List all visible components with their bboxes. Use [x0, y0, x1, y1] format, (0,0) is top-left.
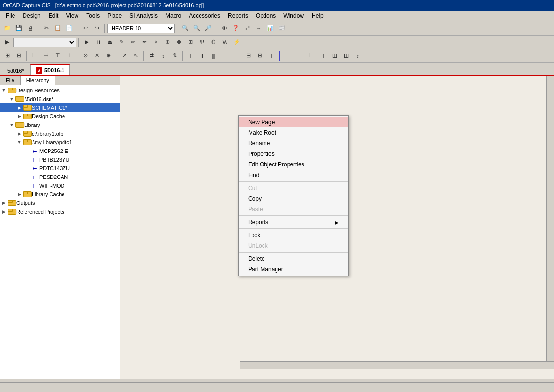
expander-library-cache[interactable]: ▶ [15, 190, 23, 198]
ctx-cut[interactable]: Cut [239, 183, 348, 193]
toolbar2-dropdown[interactable] [13, 38, 76, 47]
btn3-20[interactable]: ⊟ [243, 51, 253, 61]
btn2-11[interactable]: Ψ [197, 37, 207, 48]
btn2-13[interactable]: W [220, 37, 230, 48]
scrollbar-horizontal[interactable] [240, 361, 554, 369]
menu-macro[interactable]: Macro [162, 12, 185, 20]
tree-schematic1[interactable]: ▶ SCHEMATIC1* [0, 103, 120, 112]
menu-reports[interactable]: Reports [224, 12, 252, 20]
btn3-10[interactable]: ↗ [119, 51, 129, 61]
btn3-28[interactable]: Ш [341, 51, 352, 61]
tree-design-cache[interactable]: ▶ Design Cache [0, 112, 120, 121]
btn3-18[interactable]: ≡ [220, 51, 230, 61]
btn3-12[interactable]: ⇄ [146, 51, 157, 61]
tree-mcp2562[interactable]: ▶ ⊢ MCP2562-E [0, 147, 120, 155]
expander-5d016-dsn[interactable]: ▼ [8, 95, 15, 103]
btn2-14[interactable]: ⚡ [231, 37, 242, 48]
ctx-rename[interactable]: Rename [239, 138, 348, 149]
btn2-2[interactable]: ⏸ [93, 37, 103, 48]
btn2-play[interactable]: ▶ [81, 37, 92, 48]
tab-5d016[interactable]: 5d016* [2, 66, 29, 75]
btn3-7[interactable]: ⊘ [80, 51, 90, 61]
btn2-3[interactable]: ⏏ [104, 37, 115, 48]
expander-library[interactable]: ▼ [8, 121, 15, 129]
tree-outputs[interactable]: ▶ Outputs [0, 199, 120, 207]
btn3-3[interactable]: ⊢ [29, 51, 40, 61]
btn-open[interactable]: 📁 [2, 23, 13, 34]
ctx-edit-obj-props[interactable]: Edit Object Properties [239, 159, 348, 170]
btn-nav4[interactable]: 📰 [277, 23, 287, 34]
ctx-paste[interactable]: Paste [239, 204, 348, 215]
expander-schematic1[interactable]: ▶ [15, 104, 23, 112]
btn2-10[interactable]: ⊞ [185, 37, 196, 48]
menu-design[interactable]: Design [19, 12, 44, 20]
ctx-find[interactable]: Find [239, 170, 348, 180]
btn-copy[interactable]: 📋 [52, 23, 63, 34]
menu-place[interactable]: Place [103, 12, 126, 20]
ctx-properties[interactable]: Properties [239, 149, 348, 159]
btn-zoom-all[interactable]: 🔎 [203, 23, 214, 34]
panel-tab-hierarchy[interactable]: Hierarchy [21, 76, 55, 85]
btn-help[interactable]: ❓ [230, 23, 241, 34]
ctx-make-root[interactable]: Make Root [239, 127, 348, 138]
tree-5d016-dsn[interactable]: ▼ .\5d016.dsn* [0, 95, 120, 103]
btn3-11[interactable]: ↖ [130, 51, 141, 61]
btn-print[interactable]: 🖨 [25, 23, 36, 34]
btn-nav2[interactable]: → [253, 23, 264, 34]
scrollbar-vertical[interactable] [546, 76, 554, 361]
btn3-25[interactable]: ⊢ [306, 51, 317, 61]
btn2-12[interactable]: ⌬ [208, 37, 219, 48]
btn-nav1[interactable]: ⇄ [242, 23, 252, 34]
btn3-22[interactable]: T [266, 51, 277, 61]
expander-lib1[interactable]: ▶ [15, 130, 23, 138]
menu-options[interactable]: Options [252, 12, 279, 20]
menu-window[interactable]: Window [279, 12, 308, 20]
menu-edit[interactable]: Edit [45, 12, 63, 20]
menu-tools[interactable]: Tools [82, 12, 103, 20]
panel-tab-file[interactable]: File [0, 76, 21, 85]
btn3-4[interactable]: ⊣ [41, 51, 51, 61]
menu-view[interactable]: View [62, 12, 82, 20]
btn2-1[interactable]: ▶ [2, 37, 13, 48]
tree-pbtb123yu[interactable]: ▶ ⊢ PBTB123YU [0, 155, 120, 164]
btn3-27[interactable]: Ш [329, 51, 340, 61]
ctx-new-page[interactable]: New Page [239, 117, 348, 127]
menu-help[interactable]: Help [308, 12, 327, 20]
tree-wifi-mod[interactable]: ▶ ⊢ WIFI-MOD [0, 181, 120, 190]
btn3-1[interactable]: ⊞ [2, 51, 13, 61]
tree-lib1[interactable]: ▶ c:\library1.olb [0, 129, 120, 138]
btn-save[interactable]: 💾 [13, 23, 24, 34]
btn3-29[interactable]: ↕ [353, 51, 363, 61]
ctx-reports[interactable]: Reports ▶ [239, 217, 348, 228]
tree-ref-projects[interactable]: ▶ Referenced Projects [0, 207, 120, 216]
expander-ref-projects[interactable]: ▶ [0, 208, 8, 215]
tree-mylib[interactable]: ▼ 📦 .\my library\pdtc1 [0, 138, 120, 147]
btn3-9[interactable]: ⊕ [103, 51, 113, 61]
btn-nav3[interactable]: 📊 [265, 23, 276, 34]
btn3-8[interactable]: ✕ [91, 51, 102, 61]
tree-pdtc143zu[interactable]: ▶ ⊢ PDTC143ZU [0, 164, 120, 173]
menu-si-analysis[interactable]: SI Analysis [126, 12, 162, 20]
expander-mylib[interactable]: ▼ [15, 139, 23, 146]
btn-eye[interactable]: 👁 [219, 23, 229, 34]
btn3-2[interactable]: ⊟ [13, 51, 24, 61]
expander-design-cache[interactable]: ▶ [15, 113, 23, 120]
ctx-delete[interactable]: Delete [239, 253, 348, 264]
btn3-15[interactable]: I [185, 51, 196, 61]
btn-redo[interactable]: ↪ [91, 23, 102, 34]
btn3-6[interactable]: ⊥ [64, 51, 75, 61]
btn-zoom-in[interactable]: 🔍 [180, 23, 190, 34]
expander-outputs[interactable]: ▶ [0, 199, 8, 207]
btn3-24[interactable]: ≡ [295, 51, 305, 61]
btn3-14[interactable]: ⇅ [169, 51, 180, 61]
btn2-7[interactable]: ⌖ [151, 37, 161, 48]
ctx-lock[interactable]: Lock [239, 230, 348, 240]
btn3-16[interactable]: II [197, 51, 207, 61]
btn3-5[interactable]: ⊤ [52, 51, 63, 61]
btn3-23[interactable]: ≡ [283, 51, 294, 61]
ctx-unlock[interactable]: UnLock [239, 240, 348, 251]
ctx-part-manager[interactable]: Part Manager [239, 264, 348, 275]
btn-paste[interactable]: 📄 [64, 23, 75, 34]
btn3-21[interactable]: ⊞ [254, 51, 265, 61]
btn-cut[interactable]: ✂ [41, 23, 51, 34]
